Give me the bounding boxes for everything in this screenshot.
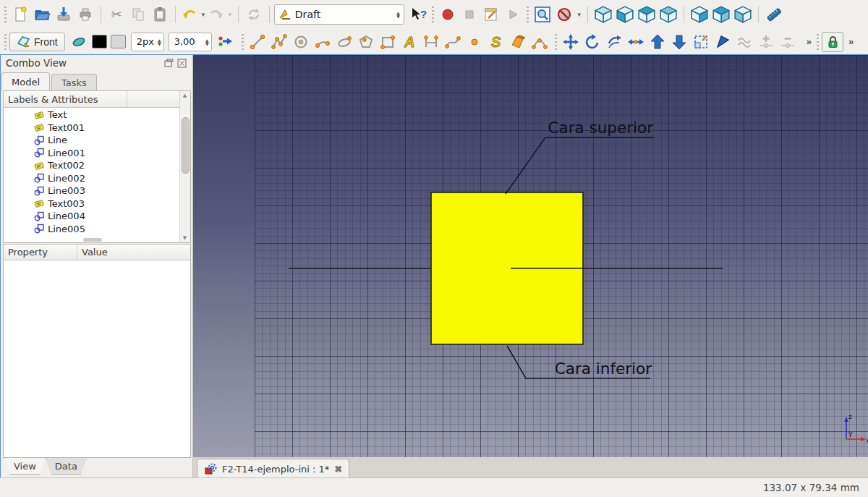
draft-edit-button[interactable] <box>712 31 733 53</box>
copy-button[interactable] <box>127 4 149 25</box>
toolbar-overflow-button[interactable]: » <box>804 36 814 47</box>
draft-rectangle-button[interactable] <box>377 31 399 53</box>
document-tab[interactable]: F2-T14-ejemplo-ini : 1* ✖ <box>197 459 349 478</box>
spinner-arrows[interactable]: ▲▼ <box>205 38 209 46</box>
redo-button[interactable] <box>207 4 226 25</box>
macro-stop-button[interactable] <box>459 4 480 25</box>
print-button[interactable] <box>75 4 96 25</box>
draft-downgrade-button[interactable] <box>668 31 690 53</box>
line-color-swatch[interactable] <box>92 35 107 48</box>
new-document-button[interactable] <box>9 4 31 25</box>
macro-edit-button[interactable] <box>480 4 502 25</box>
float-panel-button[interactable] <box>163 59 174 69</box>
draft-upgrade-button[interactable] <box>647 31 668 53</box>
draft-line-button[interactable] <box>247 31 268 53</box>
annotation-cara-superior[interactable]: Cara superior <box>548 119 653 137</box>
draft-facebinder-button[interactable] <box>507 31 529 53</box>
draft-text-button[interactable]: A <box>399 31 420 53</box>
draft-arc-button[interactable] <box>312 31 333 53</box>
tree-item-line002[interactable]: Line002 <box>4 172 180 185</box>
refresh-button[interactable] <box>243 4 265 25</box>
tree-vertical-scrollbar[interactable]: ▲ ▼ <box>179 91 190 242</box>
select-plane-button[interactable]: Front <box>9 33 65 51</box>
tree-item-line003[interactable]: Line003 <box>4 184 180 197</box>
toolbar-grip[interactable] <box>817 34 819 50</box>
value-column-header[interactable]: Value <box>77 245 190 260</box>
view-left-button[interactable] <box>732 4 754 25</box>
tab-tasks[interactable]: Tasks <box>51 74 97 90</box>
view-front-button[interactable] <box>614 4 636 25</box>
tree-item-line004[interactable]: Line004 <box>4 210 180 223</box>
wire-to-bspline-button[interactable] <box>733 31 755 53</box>
draft-point-button[interactable] <box>464 31 485 53</box>
draft-bezier-button[interactable] <box>529 31 550 53</box>
toolbar-overflow-button[interactable]: » <box>846 36 856 47</box>
draw-style-menu-button[interactable]: ▼ <box>575 4 583 25</box>
toggle-construction-mode-button[interactable] <box>68 31 90 53</box>
delete-point-button[interactable] <box>777 31 799 53</box>
tree-item-text003[interactable]: Text003 <box>4 197 180 211</box>
view-rear-button[interactable] <box>710 4 732 25</box>
tree-item-line[interactable]: Line <box>4 134 180 147</box>
draft-circle-button[interactable] <box>290 31 312 53</box>
scroll-up-icon[interactable]: ▲ <box>181 93 189 98</box>
view-bottom-button[interactable] <box>658 4 679 25</box>
save-document-button[interactable] <box>53 4 75 25</box>
draft-move-button[interactable] <box>560 31 582 53</box>
add-point-button[interactable] <box>755 31 777 53</box>
face-color-swatch[interactable] <box>111 35 126 48</box>
toolbar-grip[interactable] <box>527 7 529 22</box>
view-right-button[interactable] <box>689 4 710 25</box>
macro-play-button[interactable] <box>502 4 524 25</box>
close-panel-button[interactable] <box>176 59 187 69</box>
toolbar-grip[interactable] <box>242 34 244 50</box>
fit-all-button[interactable] <box>532 4 553 25</box>
draft-shapestring-button[interactable]: S <box>485 31 507 53</box>
toolbar-grip[interactable] <box>4 7 7 22</box>
spinner-arrows[interactable]: ▲▼ <box>396 11 400 18</box>
close-document-icon[interactable]: ✖ <box>334 464 342 475</box>
apply-style-button[interactable] <box>214 31 236 53</box>
tree-header-label[interactable]: Labels & Attributes <box>4 91 127 107</box>
workbench-selector[interactable]: Draft ▲▼ <box>274 4 404 25</box>
annotation-cara-inferior[interactable]: Cara inferior <box>555 360 652 378</box>
undo-button[interactable] <box>180 4 199 25</box>
toolbar-grip[interactable] <box>555 34 557 50</box>
draft-ellipse-button[interactable] <box>333 31 355 53</box>
tab-data[interactable]: Data <box>46 458 87 475</box>
tab-view[interactable]: View <box>4 458 46 475</box>
text-size-spinbox[interactable]: 3,00 ▲▼ <box>169 33 212 51</box>
scrollbar-thumb[interactable] <box>182 117 190 174</box>
toolbar-grip[interactable] <box>432 7 434 22</box>
draft-wire-button[interactable] <box>268 31 290 53</box>
draft-rotate-button[interactable] <box>582 31 603 53</box>
paste-button[interactable] <box>149 4 171 25</box>
tab-model[interactable]: Model <box>1 72 50 90</box>
leader-line-top[interactable] <box>506 137 654 194</box>
draft-dimension-button[interactable] <box>420 31 442 53</box>
toolbar-grip[interactable] <box>4 34 7 50</box>
tree-item-text002[interactable]: Text002 <box>4 159 180 172</box>
draft-offset-button[interactable] <box>603 31 625 53</box>
spinner-arrows[interactable]: ▲▼ <box>158 38 161 46</box>
view-top-button[interactable] <box>636 4 658 25</box>
tree-item-text001[interactable]: Text001 <box>4 122 180 135</box>
scroll-down-icon[interactable]: ▼ <box>181 235 189 241</box>
tree-item-text[interactable]: Text <box>4 109 180 122</box>
tree-item-line001[interactable]: Line001 <box>4 147 180 160</box>
whats-this-button[interactable]: ? <box>409 4 429 25</box>
cut-button[interactable]: ✂ <box>106 4 127 25</box>
snap-lock-button[interactable] <box>822 32 843 52</box>
tree-horizontal-scrollbar[interactable] <box>83 238 102 242</box>
redo-menu-button[interactable]: ▼ <box>226 4 234 25</box>
draft-scale-button[interactable] <box>690 31 712 53</box>
draft-bspline-button[interactable] <box>442 31 464 53</box>
draw-style-button[interactable] <box>553 4 575 25</box>
view-axonometric-button[interactable] <box>592 4 614 25</box>
macro-record-button[interactable] <box>437 4 459 25</box>
undo-menu-button[interactable]: ▼ <box>199 4 207 25</box>
tree-item-line005[interactable]: Line005 <box>4 223 180 236</box>
draft-trimex-button[interactable] <box>625 31 647 53</box>
open-document-button[interactable] <box>31 4 53 25</box>
line-width-spinbox[interactable]: 2px ▲▼ <box>131 33 164 51</box>
